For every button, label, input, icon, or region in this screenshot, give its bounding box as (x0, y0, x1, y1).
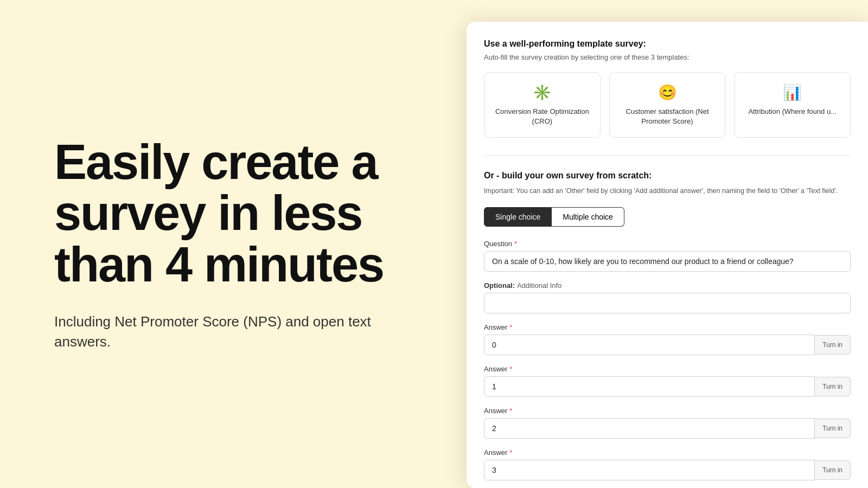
answer-0-required: * (509, 323, 512, 331)
answer-1-label: Answer * (484, 365, 851, 373)
optional-label: Optional: Additional Info (484, 281, 851, 290)
nps-icon: 😊 (658, 84, 677, 101)
cro-label: Conversion Rate Optimization (CRO) (493, 107, 591, 126)
multiple-choice-button[interactable]: Multiple choice (552, 207, 624, 227)
template-card-nps[interactable]: 😊 Customer satisfaction (Net Promoter Sc… (609, 72, 726, 138)
nps-label: Customer satisfaction (Net Promoter Scor… (618, 107, 717, 126)
hero-subtitle: Including Net Promoter Score (NPS) and o… (54, 312, 380, 351)
section-divider (484, 155, 851, 156)
answer-3-row: Turn in (484, 460, 851, 480)
question-field-group: Question * (484, 240, 851, 272)
right-panel: Use a well-performing template survey: A… (467, 22, 868, 488)
template-section: Use a well-performing template survey: A… (484, 39, 851, 138)
question-label: Question * (484, 240, 851, 248)
answer-3-input[interactable] (484, 460, 815, 480)
template-title: Use a well-performing template survey: (484, 39, 851, 49)
answer-1-group: Answer * Turn in (484, 365, 851, 397)
template-card-attribution[interactable]: 📊 Attribution (Where found u... (734, 72, 851, 138)
answer-1-input[interactable] (484, 376, 815, 397)
attribution-label: Attribution (Where found u... (748, 107, 837, 117)
panel-content: Use a well-performing template survey: A… (467, 22, 868, 488)
answer-0-label: Answer * (484, 323, 851, 331)
answer-1-required: * (509, 365, 512, 373)
answer-2-input[interactable] (484, 418, 815, 439)
answer-3-label: Answer * (484, 448, 851, 457)
question-required: * (514, 240, 517, 248)
hero-title: Easily create a survey in less than 4 mi… (54, 137, 412, 291)
single-choice-button[interactable]: Single choice (484, 207, 552, 227)
turn-in-1-button[interactable]: Turn in (815, 377, 851, 396)
answer-2-label: Answer * (484, 407, 851, 415)
turn-in-2-button[interactable]: Turn in (815, 419, 851, 438)
template-card-cro[interactable]: ✳️ Conversion Rate Optimization (CRO) (484, 72, 601, 138)
answer-3-group: Answer * Turn in (484, 448, 851, 480)
scratch-title: Or - build your own survey from scratch: (484, 171, 851, 181)
answer-0-group: Answer * Turn in (484, 323, 851, 355)
question-input[interactable] (484, 251, 851, 272)
additional-info-input[interactable] (484, 293, 851, 313)
scratch-note: Important: You can add an 'Other' field … (484, 186, 851, 196)
answer-0-row: Turn in (484, 335, 851, 355)
answer-2-row: Turn in (484, 418, 851, 439)
template-subtitle: Auto-fill the survey creation by selecti… (484, 53, 851, 61)
answer-0-input[interactable] (484, 335, 815, 355)
attribution-icon: 📊 (783, 84, 802, 101)
scratch-section: Or - build your own survey from scratch:… (484, 171, 851, 480)
answer-3-required: * (509, 448, 512, 457)
choice-button-group: Single choice Multiple choice (484, 207, 851, 227)
template-cards: ✳️ Conversion Rate Optimization (CRO) 😊 … (484, 72, 851, 138)
optional-field-group: Optional: Additional Info (484, 281, 851, 313)
answer-1-row: Turn in (484, 376, 851, 397)
turn-in-0-button[interactable]: Turn in (815, 335, 851, 355)
answer-2-group: Answer * Turn in (484, 407, 851, 439)
cro-icon: ✳️ (533, 84, 552, 101)
left-panel: Easily create a survey in less than 4 mi… (0, 0, 467, 488)
answer-2-required: * (509, 407, 512, 415)
turn-in-3-button[interactable]: Turn in (815, 460, 851, 480)
